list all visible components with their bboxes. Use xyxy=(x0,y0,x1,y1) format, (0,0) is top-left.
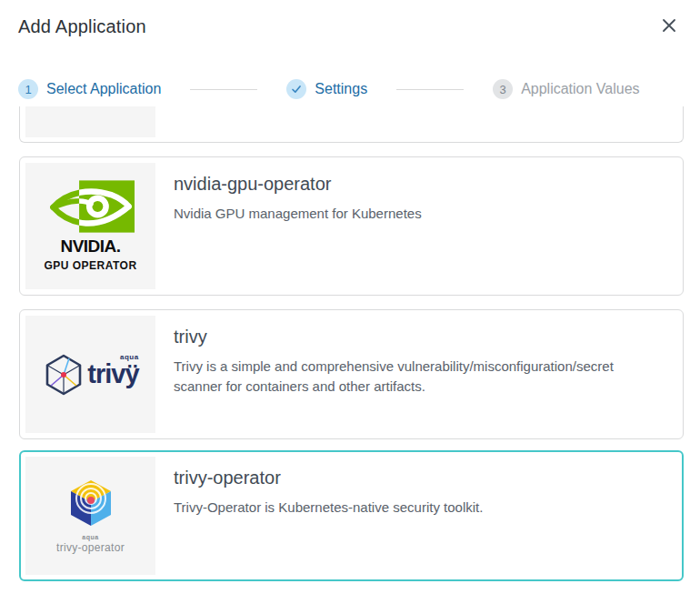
app-logo-tile: NVIDIA. GPU OPERATOR xyxy=(25,163,155,289)
application-list: NVIDIA. GPU OPERATOR nvidia-gpu-operator… xyxy=(19,106,684,581)
nvidia-wordmark: NVIDIA. xyxy=(60,237,120,257)
trivy-operator-cube-icon xyxy=(67,478,115,529)
app-logo-tile: aqua trivÿ xyxy=(25,316,155,433)
app-card-partial[interactable] xyxy=(19,106,684,143)
stepper-connector xyxy=(190,89,257,90)
app-name: trivy-operator xyxy=(174,468,483,488)
app-name: trivy xyxy=(174,327,637,347)
step-3-number: 3 xyxy=(493,79,513,99)
app-card-body: trivy-operator Trivy-Operator is Kuberne… xyxy=(174,457,483,575)
step-1-number: 1 xyxy=(18,79,38,99)
app-logo-tile: aqua trivy-operator xyxy=(25,457,155,575)
app-card-trivy[interactable]: aqua trivÿ trivy Trivy is a simple and c… xyxy=(19,309,684,439)
wizard-stepper: 1 Select Application Settings 3 Applicat… xyxy=(18,79,687,99)
trivy-wordmark: trivÿ xyxy=(87,361,138,388)
modal-header: Add Application xyxy=(0,0,700,37)
app-logo-tile xyxy=(25,106,155,137)
app-card-body: trivy Trivy is a simple and comprehensiv… xyxy=(174,316,637,433)
trivy-hexagon-icon xyxy=(42,353,85,397)
step-select-application[interactable]: 1 Select Application xyxy=(18,79,161,99)
app-name: nvidia-gpu-operator xyxy=(174,174,422,195)
step-application-values[interactable]: 3 Application Values xyxy=(493,79,639,99)
close-icon xyxy=(660,16,678,35)
app-description: Trivy-Operator is Kubernetes-native secu… xyxy=(174,498,483,518)
check-icon xyxy=(291,84,302,95)
app-card-body: nvidia-gpu-operator Nvidia GPU managemen… xyxy=(174,163,422,289)
aqua-brand-label: aqua xyxy=(120,353,139,361)
step-1-label: Select Application xyxy=(46,81,161,97)
step-2-label: Settings xyxy=(315,81,367,97)
nvidia-eye-icon xyxy=(47,180,135,233)
nvidia-gpu-operator-label: GPU OPERATOR xyxy=(44,259,136,272)
app-description: Trivy is a simple and comprehensive vuln… xyxy=(174,357,637,397)
step-2-check xyxy=(286,79,306,99)
app-card-nvidia-gpu-operator[interactable]: NVIDIA. GPU OPERATOR nvidia-gpu-operator… xyxy=(19,156,684,296)
step-settings[interactable]: Settings xyxy=(286,79,367,99)
modal-title: Add Application xyxy=(18,16,146,37)
close-button[interactable] xyxy=(658,15,680,36)
trivy-operator-wordmark: trivy-operator xyxy=(56,541,125,554)
aqua-brand-label: aqua xyxy=(82,534,98,540)
app-card-trivy-operator[interactable]: aqua trivy-operator trivy-operator Trivy… xyxy=(19,450,684,581)
stepper-connector xyxy=(396,89,464,90)
app-description: Nvidia GPU management for Kubernetes xyxy=(174,204,422,224)
step-3-label: Application Values xyxy=(521,81,639,97)
